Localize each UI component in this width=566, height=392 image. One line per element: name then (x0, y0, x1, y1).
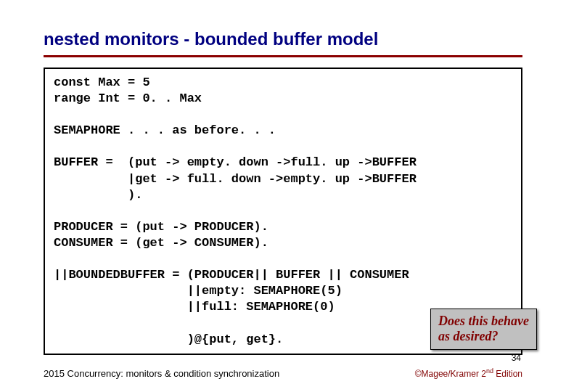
title-underline (44, 55, 522, 57)
footer-edition-num: 2 (481, 369, 486, 379)
footer-right: ©Magee/Kramer 2nd Edition (415, 367, 522, 379)
callout-box: Does this behave as desired? (430, 309, 537, 350)
callout-line-2: as desired? (438, 329, 529, 345)
footer-copyright: ©Magee/Kramer (415, 369, 482, 379)
callout-line-1: Does this behave (438, 314, 529, 330)
slide-title: nested monitors - bounded buffer model (44, 29, 522, 49)
footer-left: 2015 Concurrency: monitors & condition s… (44, 368, 279, 379)
page-number: 34 (512, 353, 521, 363)
footer-edition-suffix: nd (486, 367, 493, 375)
footer-edition-word: Edition (493, 369, 522, 379)
